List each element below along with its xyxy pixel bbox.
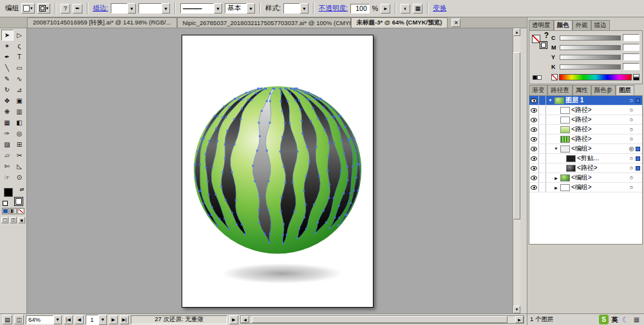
recolor-artwork-icon[interactable]: ◐ <box>401 4 410 14</box>
scissors-tool-icon[interactable]: ✄ <box>1 161 14 172</box>
panel-tab[interactable]: 属性 <box>573 85 591 95</box>
visibility-toggle[interactable] <box>529 154 539 163</box>
white-swatch[interactable] <box>537 75 542 80</box>
close-icon[interactable]: ✕ <box>451 19 460 27</box>
layer-row[interactable]: <路径>○ <box>529 163 642 173</box>
line-tool-icon[interactable]: ╲ <box>1 62 14 73</box>
color-mode-button[interactable] <box>2 208 9 214</box>
style-combo[interactable]: ▼ <box>283 3 308 14</box>
pen-tool-icon[interactable]: ✒ <box>1 51 14 62</box>
visibility-toggle[interactable] <box>529 144 539 153</box>
opacity-input[interactable]: 100 <box>350 4 370 14</box>
layer-row[interactable]: ▼<编组>◎ <box>529 144 642 154</box>
horizontal-scroll-thumb[interactable] <box>252 316 507 323</box>
expand-icon[interactable]: ▶ <box>553 176 559 180</box>
rectangle-tool-icon[interactable]: ▭ <box>14 62 26 73</box>
panel-tab[interactable]: 透明度 <box>529 20 554 30</box>
lock-column[interactable] <box>539 183 546 192</box>
screen-mode-full-icon[interactable]: ◫ <box>10 217 17 223</box>
zoom-combo[interactable]: 64%▼ <box>26 315 62 324</box>
none-swatch[interactable] <box>551 74 558 80</box>
eyedropper-tool-icon[interactable]: ✑ <box>1 128 14 139</box>
channel-slider[interactable] <box>560 55 621 60</box>
lock-column[interactable] <box>539 135 546 144</box>
opacity-link[interactable]: 不透明度: <box>319 4 348 13</box>
target-circle-icon[interactable]: ○ <box>627 155 636 162</box>
doc-tab[interactable]: Nipic_26785037_20180321175057703037.ai* … <box>177 17 351 28</box>
lasso-tool-icon[interactable]: ς <box>14 41 26 51</box>
scroll-up-icon[interactable]: ▲ <box>513 28 520 36</box>
eraser-tool-icon[interactable]: ◺ <box>14 161 26 172</box>
doc-tab[interactable]: 2008710145016959 [转换].ai* @ 141.98% (RGB… <box>27 17 177 28</box>
language-tray-icon[interactable]: 英 <box>610 315 620 324</box>
target-circle-icon[interactable]: ○ <box>627 126 636 133</box>
scroll-right-icon[interactable]: ▶ <box>515 316 524 323</box>
opacity-stepper[interactable]: ▸ <box>381 4 390 14</box>
graph-tool-icon[interactable]: ▥ <box>14 106 26 117</box>
warp-tool-icon[interactable]: ✥ <box>1 95 14 106</box>
zoom-tool-icon[interactable]: ⊙ <box>14 172 26 183</box>
layer-row[interactable]: ▼图层 1○ <box>529 96 642 106</box>
visibility-toggle[interactable] <box>529 106 539 115</box>
lock-column[interactable] <box>539 154 546 163</box>
layer-row[interactable]: <路径>○ <box>529 135 642 144</box>
pencil-tool-icon[interactable]: ∿ <box>14 73 26 84</box>
color-spectrum-ramp[interactable] <box>559 74 632 80</box>
channel-value-input[interactable] <box>623 63 639 70</box>
selection-square[interactable] <box>636 147 640 151</box>
mesh-tool-icon[interactable]: ▦ <box>1 117 14 128</box>
symbol-sprayer-tool-icon[interactable]: ❋ <box>1 106 14 117</box>
chevron-down-icon[interactable]: ▼ <box>128 3 136 14</box>
layer-row[interactable]: ▶<编组>○ <box>529 183 642 192</box>
lock-column[interactable] <box>539 106 546 115</box>
scale-tool-icon[interactable]: ⊿ <box>14 84 26 95</box>
canvas-area[interactable]: ▲ ▼ <box>27 28 520 313</box>
scroll-down-icon[interactable]: ▼ <box>513 306 520 313</box>
channel-slider[interactable] <box>560 64 621 70</box>
fill-proxy[interactable] <box>4 188 13 197</box>
none-mode-button[interactable] <box>17 208 24 214</box>
selection-square[interactable] <box>636 98 640 103</box>
channel-slider[interactable] <box>560 45 621 50</box>
artboard-number-combo[interactable]: 1▼ <box>86 315 107 325</box>
color-fill-stroke-proxy[interactable]: ? <box>532 33 547 49</box>
stroke-profile-combo[interactable]: ▼ <box>138 3 170 14</box>
collapse-icon[interactable]: ▼ <box>553 147 559 151</box>
visibility-toggle[interactable] <box>529 125 539 134</box>
target-circle-icon[interactable]: ○ <box>627 107 636 113</box>
screen-mode-normal-icon[interactable]: ▢ <box>1 217 8 223</box>
status-corner-icon[interactable]: ▤ <box>3 315 12 324</box>
stroke-panel-link[interactable]: 描边: <box>93 4 108 13</box>
type-tool-icon[interactable]: T <box>14 51 26 62</box>
chevron-down-icon[interactable]: ▼ <box>99 315 107 325</box>
target-circle-icon[interactable]: ◎ <box>627 145 636 152</box>
visibility-toggle[interactable] <box>529 96 539 105</box>
target-circle-icon[interactable]: ○ <box>627 165 636 171</box>
paintbrush-tool-icon[interactable]: ✎ <box>1 73 14 84</box>
live-paint-selection-tool-icon[interactable]: ⊞ <box>14 139 26 150</box>
blend-tool-icon[interactable]: ◎ <box>14 128 26 139</box>
selection-tool-icon[interactable]: ➤ <box>1 30 14 41</box>
artboard[interactable] <box>182 35 374 308</box>
scroll-left-icon[interactable]: ◀ <box>241 316 249 323</box>
fill-proxy[interactable] <box>532 35 540 43</box>
prev-artboard-icon[interactable]: ◀ <box>75 315 84 324</box>
screen-mode-menu-icon[interactable]: ■ <box>18 217 25 223</box>
channel-value-input[interactable] <box>623 34 639 41</box>
horizontal-scrollbar[interactable]: ◀ ▶ <box>240 315 524 324</box>
target-circle-icon[interactable]: ○ <box>627 136 636 142</box>
keyboard-tray-icon[interactable]: ▦ <box>632 315 641 324</box>
lock-column[interactable] <box>539 115 546 124</box>
no-style-pen-icon[interactable]: ✒ <box>73 4 82 14</box>
layer-row[interactable]: <路径>○ <box>529 125 642 135</box>
transform-panel-link[interactable]: 变换 <box>433 4 446 13</box>
layer-row[interactable]: <剪贴...○ <box>529 154 642 163</box>
align-grid-icon[interactable]: ▦ <box>413 4 422 14</box>
panel-tab[interactable]: 路径查 <box>547 85 573 95</box>
gradient-mode-button[interactable] <box>10 208 17 214</box>
swap-fill-stroke-icon[interactable]: ⇄ <box>20 187 24 192</box>
stroke-color-swatch[interactable]: ▾ <box>37 3 51 14</box>
hand-tool-icon[interactable]: ☞ <box>1 172 14 183</box>
collapse-icon[interactable]: ▼ <box>547 98 553 102</box>
black-ramp-swatch[interactable] <box>633 77 639 80</box>
